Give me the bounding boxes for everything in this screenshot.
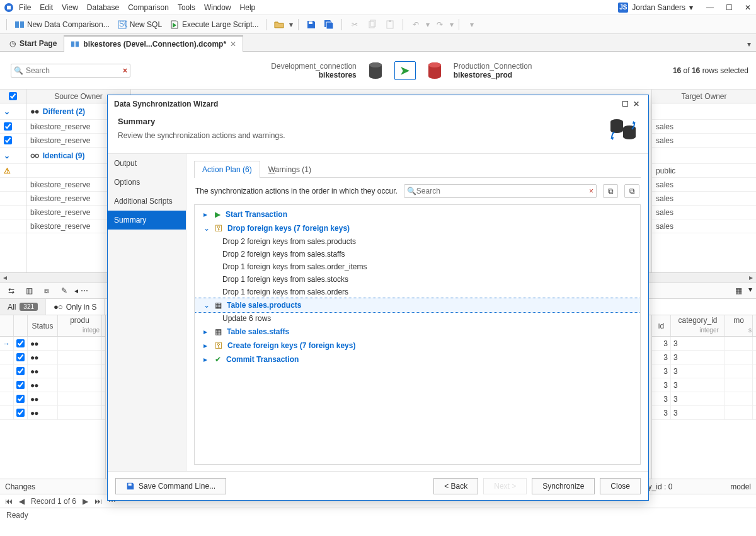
nav-prev-icon[interactable]: ◀ [19, 497, 25, 506]
nav-next-icon[interactable]: ▶ [83, 497, 88, 506]
chevron-right-icon[interactable]: ▸ [203, 355, 210, 364]
layout-button[interactable]: ⧈ [39, 285, 54, 296]
row-checkbox[interactable] [16, 339, 25, 347]
redo-button[interactable]: ↷ [432, 19, 447, 30]
node-table-products[interactable]: Table sales.products [227, 301, 301, 310]
row-checkbox[interactable] [16, 409, 25, 417]
filter-tab-all[interactable]: All 321 [0, 299, 46, 315]
new-sql-button[interactable]: SQL New SQL [115, 18, 164, 31]
grid-row[interactable]: sales [652, 206, 756, 219]
user-dropdown-icon[interactable]: ▾ [689, 3, 693, 12]
grid-row[interactable]: sales [652, 120, 756, 134]
more-icon[interactable]: ⋯ [81, 286, 88, 295]
chevron-down-icon[interactable]: ⌄ [203, 301, 210, 310]
sync-button[interactable]: ⇆ [4, 285, 19, 296]
tab-close-icon[interactable]: ✕ [230, 40, 236, 49]
edit-button[interactable]: ✎ [57, 285, 72, 296]
new-comparison-button[interactable]: New Data Comparison... [12, 18, 112, 31]
row-checkbox[interactable] [16, 395, 25, 403]
open-dropdown-icon[interactable]: ▾ [289, 20, 293, 29]
node-create-fk[interactable]: Create foreign keys (7 foreign keys) [227, 341, 355, 350]
export-plan-button[interactable]: ⧉ [624, 184, 639, 198]
menu-database[interactable]: Database [87, 3, 119, 12]
clear-search-icon[interactable]: × [123, 66, 127, 75]
clear-search-icon[interactable]: × [589, 187, 593, 195]
select-all-checkbox[interactable] [9, 92, 17, 100]
user-name[interactable]: Jordan Sanders [632, 3, 685, 12]
nav-last-icon[interactable]: ⏭ [94, 497, 102, 506]
row-checkbox[interactable] [4, 122, 12, 131]
wizard-step-options[interactable]: Options [108, 173, 186, 192]
save-button[interactable] [304, 18, 319, 31]
undo-dropdown-icon[interactable]: ▾ [426, 20, 430, 29]
plan-search-input[interactable]: 🔍 × [404, 184, 597, 198]
menu-window[interactable]: Window [204, 3, 231, 12]
grid-row[interactable]: sales [652, 178, 756, 192]
maximize-button[interactable]: ☐ [724, 3, 733, 12]
scroll-right-button[interactable]: ▸ [746, 273, 756, 283]
different-group-label[interactable]: Different (2) [43, 107, 85, 116]
redo-dropdown-icon[interactable]: ▾ [450, 20, 454, 29]
wizard-step-summary[interactable]: Summary [108, 211, 186, 230]
identical-group-label[interactable]: Identical (9) [43, 151, 85, 160]
paste-button[interactable] [382, 18, 398, 31]
node-table-staffs[interactable]: Table sales.staffs [227, 327, 289, 336]
columns-button[interactable]: ▥ [21, 285, 37, 296]
search-input[interactable]: 🔍 × [11, 64, 130, 78]
row-checkbox[interactable] [16, 353, 25, 361]
minimize-button[interactable]: — [706, 3, 714, 12]
chevron-right-icon[interactable]: ▸ [203, 210, 210, 219]
menu-edit[interactable]: Edit [40, 3, 53, 12]
view-dropdown-icon[interactable]: ▾ [748, 285, 752, 296]
cut-button[interactable]: ✂ [347, 19, 362, 30]
wizard-step-output[interactable]: Output [108, 154, 186, 173]
tab-document[interactable]: bikestores (Devel...Connection).dcomp* ✕ [64, 35, 243, 52]
execute-script-button[interactable]: Execute Large Script... [167, 18, 261, 31]
grid-view-button[interactable]: ▦ [731, 285, 746, 296]
more-button[interactable]: ▾ [464, 19, 479, 30]
back-button[interactable]: < Back [433, 478, 478, 494]
node-drop-fk[interactable]: Drop foreign keys (7 foreign keys) [227, 224, 350, 233]
wizard-step-scripts[interactable]: Additional Scripts [108, 192, 186, 211]
chevron-down-icon[interactable]: ⌄ [203, 224, 210, 233]
menu-tools[interactable]: Tools [178, 3, 195, 12]
chevron-right-icon[interactable]: ▸ [203, 327, 210, 336]
scroll-left-button[interactable]: ◂ [0, 273, 10, 283]
grid-row[interactable]: sales [652, 134, 756, 148]
chevron-down-icon[interactable]: ⌄ [4, 151, 10, 160]
grid-row[interactable]: public [652, 164, 756, 178]
tab-start-page[interactable]: ◷ Start Page [3, 35, 64, 51]
collapse-left-icon[interactable]: ◂ [74, 286, 78, 295]
dialog-close-button[interactable]: ✕ [631, 100, 642, 108]
sync-direction-button[interactable]: ➤ [394, 61, 416, 80]
menu-comparison[interactable]: Comparison [128, 3, 169, 12]
synchronize-button[interactable]: Synchronize [532, 478, 595, 494]
nav-first-icon[interactable]: ⏮ [5, 497, 13, 506]
tab-warnings[interactable]: Warnings (1) [260, 161, 319, 178]
chevron-right-icon[interactable]: ▸ [203, 341, 210, 350]
filter-tab-only-source[interactable]: ●○ Only in S [46, 299, 105, 315]
save-command-line-button[interactable]: Save Command Line... [115, 478, 226, 494]
grid-row[interactable]: sales [652, 219, 756, 233]
open-button[interactable] [272, 18, 287, 31]
plan-search-field[interactable] [416, 187, 589, 195]
close-button[interactable]: Close [600, 478, 641, 494]
tabs-overflow-icon[interactable]: ▾ [742, 37, 756, 51]
copy-plan-button[interactable]: ⧉ [603, 184, 618, 198]
chevron-down-icon[interactable]: ⌄ [4, 107, 10, 116]
next-button[interactable]: Next > [483, 478, 527, 494]
menu-view[interactable]: View [62, 3, 78, 12]
grid-row[interactable]: sales [652, 192, 756, 206]
dialog-maximize-button[interactable]: ☐ [619, 100, 631, 108]
save-all-button[interactable] [321, 18, 336, 31]
undo-button[interactable]: ↶ [408, 19, 423, 30]
node-start-transaction[interactable]: Start Transaction [226, 210, 287, 219]
row-checkbox[interactable] [16, 381, 25, 389]
tab-action-plan[interactable]: Action Plan (6) [194, 161, 260, 178]
menu-help[interactable]: Help [240, 3, 256, 12]
row-checkbox[interactable] [16, 367, 25, 375]
row-checkbox[interactable] [4, 136, 12, 144]
close-window-button[interactable]: ✕ [743, 3, 752, 12]
search-field[interactable] [26, 66, 120, 75]
node-commit[interactable]: Commit Transaction [226, 355, 299, 364]
